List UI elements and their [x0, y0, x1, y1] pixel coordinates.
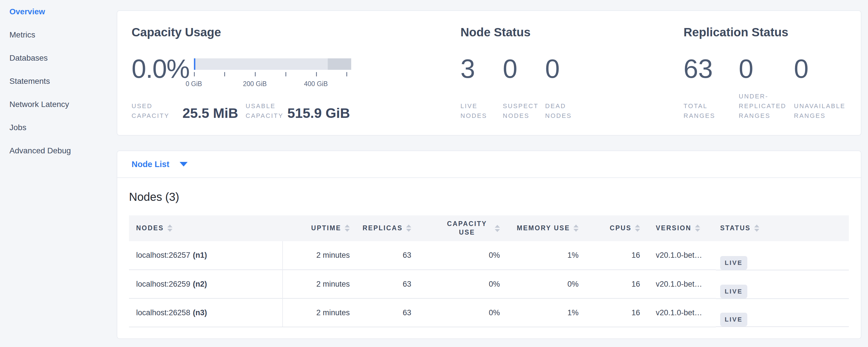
- axis-label-200gib: 200 GiB: [243, 80, 267, 88]
- column-label: Status: [720, 224, 751, 232]
- node-address-cell[interactable]: localhost:26257(n1): [129, 241, 283, 270]
- axis-label-0gib: 0 GiB: [186, 80, 202, 88]
- sidebar-item-metrics[interactable]: Metrics: [0, 23, 117, 46]
- status-badge: LIVE: [720, 256, 747, 270]
- column-header-uptime[interactable]: Uptime: [283, 215, 354, 241]
- capacity-gauge-used-marker: [194, 58, 195, 70]
- sidebar-item-databases[interactable]: Databases: [0, 46, 117, 69]
- replicas-cell: 63: [354, 270, 415, 298]
- chevron-down-icon: [180, 162, 188, 166]
- node-status-title: Node Status: [461, 26, 684, 38]
- under-replicated-ranges-value: 0: [739, 56, 794, 82]
- unavailable-ranges-value: 0: [794, 56, 849, 82]
- capacity-usage-panel: Capacity Usage 0.0% 0 Gi: [131, 26, 461, 121]
- axis-tick: [316, 72, 317, 76]
- sidebar-item-overview[interactable]: Overview: [0, 0, 117, 23]
- column-header-capacity-use[interactable]: Capacity Use: [415, 215, 504, 241]
- sidebar-item-network-latency[interactable]: Network Latency: [0, 93, 117, 116]
- axis-tick: [224, 72, 225, 76]
- capacity-stats-row: USED CAPACITY 25.5 MiB USABLE CAPACITY 5…: [131, 101, 461, 121]
- capacity-gauge-row: 0.0% 0 GiB 200 GiB: [131, 56, 461, 82]
- usable-capacity-label: USABLE CAPACITY: [246, 101, 283, 121]
- status-cell: LIVE: [716, 298, 849, 327]
- nodes-section: Nodes (3) Nodes Uptime: [117, 178, 861, 327]
- capacity-usage-title: Capacity Usage: [131, 26, 461, 38]
- column-header-nodes[interactable]: Nodes: [129, 215, 283, 241]
- nodes-table: Nodes Uptime Replicas Capacity Use: [129, 215, 849, 327]
- capacity-use-cell: 0%: [415, 270, 504, 298]
- replication-status-title: Replication Status: [684, 26, 849, 38]
- usable-capacity-stat: USABLE CAPACITY 515.9 GiB: [246, 101, 350, 121]
- sidebar-item-jobs[interactable]: Jobs: [0, 116, 117, 139]
- sort-icon: [406, 225, 411, 232]
- column-label: Version: [656, 224, 691, 232]
- column-label: Nodes: [136, 224, 164, 232]
- node-list-card: Node List Nodes (3) Nodes: [117, 151, 861, 339]
- version-cell: v20.1.0-bet…: [644, 270, 716, 298]
- under-replicated-ranges-metric: 0 UNDER-REPLICATED RANGES: [739, 56, 794, 121]
- column-label: Replicas: [363, 224, 403, 232]
- column-header-memory-use[interactable]: Memory Use: [504, 215, 583, 241]
- sort-icon: [754, 225, 759, 232]
- dead-nodes-metric: 0 DEAD NODES: [545, 56, 587, 121]
- version-cell: v20.1.0-bet…: [644, 298, 716, 327]
- column-header-version[interactable]: Version: [644, 215, 716, 241]
- live-nodes-metric: 3 LIVE NODES: [461, 56, 503, 121]
- axis-tick: [255, 72, 256, 76]
- version-cell: v20.1.0-bet…: [644, 241, 716, 270]
- column-header-cpus[interactable]: CPUs: [583, 215, 644, 241]
- capacity-use-cell: 0%: [415, 241, 504, 270]
- nodes-table-header-row: Nodes Uptime Replicas Capacity Use: [129, 215, 849, 241]
- node-list-dropdown[interactable]: Node List: [131, 160, 188, 169]
- node-id: (n3): [193, 308, 207, 317]
- under-replicated-ranges-label: UNDER-REPLICATED RANGES: [739, 92, 792, 121]
- table-row-node-3[interactable]: localhost:26258(n3) 2 minutes 63 0% 1% 1…: [129, 298, 849, 327]
- live-nodes-label: LIVE NODES: [461, 101, 498, 121]
- unavailable-ranges-metric: 0 UNAVAILABLE RANGES: [794, 56, 849, 121]
- suspect-nodes-label: SUSPECT NODES: [503, 101, 540, 121]
- node-address-cell[interactable]: localhost:26259(n2): [129, 270, 283, 298]
- column-label: Uptime: [311, 224, 341, 232]
- sidebar-item-statements[interactable]: Statements: [0, 69, 117, 93]
- capacity-gauge-overcommit-segment: [328, 58, 351, 70]
- node-list-dropdown-label: Node List: [131, 160, 169, 169]
- column-label: CPUs: [610, 224, 631, 232]
- capacity-gauge-bar: [194, 58, 351, 70]
- status-cell: LIVE: [716, 270, 849, 298]
- axis-tick: [285, 72, 286, 76]
- node-status-metrics: 3 LIVE NODES 0 SUSPECT NODES 0 DEAD NODE…: [461, 56, 684, 121]
- node-status-panel: Node Status 3 LIVE NODES 0 SUSPECT NODES…: [461, 26, 684, 121]
- sort-icon: [495, 225, 500, 232]
- sidebar-item-advanced-debug[interactable]: Advanced Debug: [0, 139, 117, 162]
- node-address: localhost:26258: [136, 308, 190, 317]
- table-row-node-2[interactable]: localhost:26259(n2) 2 minutes 63 0% 0% 1…: [129, 270, 849, 298]
- total-ranges-value: 63: [684, 56, 739, 82]
- column-label: Capacity Use: [443, 220, 491, 237]
- column-header-replicas[interactable]: Replicas: [354, 215, 415, 241]
- live-nodes-value: 3: [461, 56, 503, 82]
- suspect-nodes-metric: 0 SUSPECT NODES: [503, 56, 545, 121]
- table-row-node-1[interactable]: localhost:26257(n1) 2 minutes 63 0% 1% 1…: [129, 241, 849, 270]
- uptime-cell: 2 minutes: [283, 241, 354, 270]
- uptime-cell: 2 minutes: [283, 270, 354, 298]
- memory-use-cell: 1%: [504, 241, 583, 270]
- capacity-used-percent: 0.0%: [131, 56, 189, 82]
- replication-status-metrics: 63 TOTAL RANGES 0 UNDER-REPLICATED RANGE…: [684, 56, 849, 121]
- uptime-cell: 2 minutes: [283, 298, 354, 327]
- sidebar: Overview Metrics Databases Statements Ne…: [0, 0, 117, 347]
- nodes-section-title: Nodes (3): [129, 191, 849, 203]
- node-id: (n1): [193, 251, 207, 259]
- cluster-summary-card: Capacity Usage 0.0% 0 Gi: [117, 10, 861, 135]
- suspect-nodes-value: 0: [503, 56, 545, 82]
- view-selector-row: Node List: [117, 151, 861, 178]
- total-ranges-metric: 63 TOTAL RANGES: [684, 56, 739, 121]
- node-address-cell[interactable]: localhost:26258(n3): [129, 298, 283, 327]
- status-cell: LIVE: [716, 241, 849, 270]
- dead-nodes-value: 0: [545, 56, 587, 82]
- replicas-cell: 63: [354, 241, 415, 270]
- total-ranges-label: TOTAL RANGES: [684, 101, 737, 121]
- column-header-status[interactable]: Status: [716, 215, 849, 241]
- cpus-cell: 16: [583, 270, 644, 298]
- memory-use-cell: 1%: [504, 298, 583, 327]
- sort-icon: [635, 225, 640, 232]
